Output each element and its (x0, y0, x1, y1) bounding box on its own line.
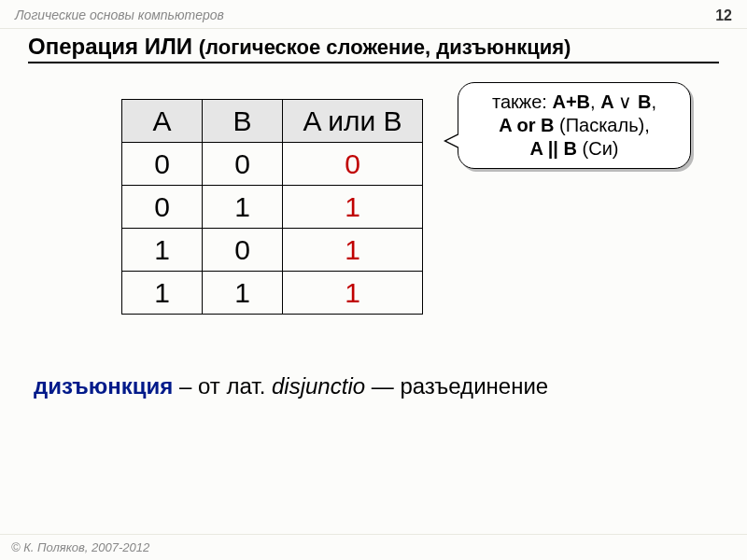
etym-latin: disjunctio (272, 373, 365, 399)
cell-r: 1 (283, 229, 423, 272)
page-number: 12 (715, 7, 732, 24)
vee-icon: ∨ (618, 91, 632, 112)
copyright: © К. Поляков, 2007-2012 (11, 540, 149, 554)
course-name: Логические основы компьютеров (15, 7, 224, 24)
table-row-header: A B A или B (122, 100, 423, 143)
callout-prefix: также: (492, 91, 552, 112)
slide-title: Операция ИЛИ (логическое сложение, дизъю… (28, 34, 719, 63)
cell-b: 0 (203, 229, 283, 272)
header-b: B (203, 100, 283, 143)
cell-r: 1 (283, 272, 423, 315)
notation-callout: также: A+B, A ∨ B, A or B (Паскаль), A |… (458, 82, 691, 169)
etym-term: дизъюнкция (34, 373, 173, 399)
lang-pascal: (Паскаль), (554, 115, 649, 135)
sep: , (651, 91, 656, 112)
cell-r: 1 (283, 186, 423, 229)
sep: , (590, 91, 600, 112)
truth-table: A B A или B 0 0 0 0 1 1 1 0 1 1 1 (121, 99, 423, 315)
cell-a: 1 (122, 229, 203, 272)
lang-c: (Си) (577, 138, 619, 159)
cell-a: 0 (122, 143, 203, 186)
callout-wrap: также: A+B, A ∨ B, A or B (Паскаль), A |… (458, 82, 691, 169)
table-row: 0 0 0 (122, 143, 423, 186)
header-a: A (122, 100, 203, 143)
header-bar: Логические основы компьютеров 12 (0, 0, 747, 29)
table-row: 1 0 1 (122, 229, 423, 272)
cell-r: 0 (283, 143, 423, 186)
table-row: 0 1 1 (122, 186, 423, 229)
cell-b: 1 (203, 186, 283, 229)
notation-avb-a: A (600, 91, 618, 112)
cell-b: 1 (203, 272, 283, 315)
title-sub: (логическое сложение, дизъюнкция) (199, 35, 571, 59)
footer: © К. Поляков, 2007-2012 (0, 534, 747, 560)
truth-table-wrap: A B A или B 0 0 0 0 1 1 1 0 1 1 1 (121, 99, 423, 315)
cell-b: 0 (203, 143, 283, 186)
notation-apipe: A || B (530, 138, 577, 159)
notation-aorb: A or B (499, 115, 554, 135)
table-row: 1 1 1 (122, 272, 423, 315)
notation-avb-b: B (632, 91, 651, 112)
etym-mid: – от лат. (173, 373, 272, 399)
cell-a: 1 (122, 272, 203, 315)
notation-aplusb: A+B (552, 91, 590, 112)
content-area: A B A или B 0 0 0 0 1 1 1 0 1 1 1 (0, 75, 747, 532)
title-main: Операция ИЛИ (28, 34, 199, 59)
etym-tail: — разъединение (365, 373, 548, 399)
cell-a: 0 (122, 186, 203, 229)
etymology-line: дизъюнкция – от лат. disjunctio — разъед… (34, 373, 713, 399)
header-result: A или B (283, 100, 423, 143)
